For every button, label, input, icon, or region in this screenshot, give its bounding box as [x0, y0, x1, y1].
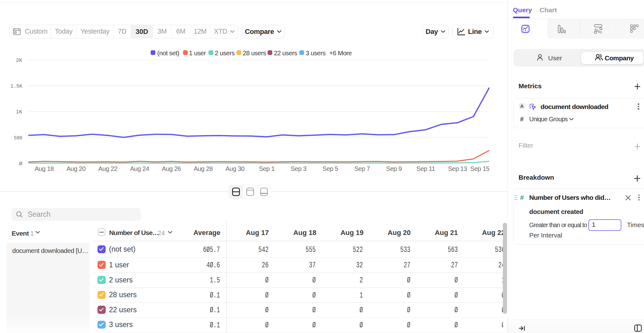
- svg-text:1.5K: 1.5K: [10, 83, 23, 89]
- svg-text:Sep 7: Sep 7: [354, 165, 370, 172]
- svg-text:Sep 1: Sep 1: [259, 165, 275, 172]
- svg-text:Aug 22: Aug 22: [98, 165, 118, 172]
- svg-text:Aug 24: Aug 24: [130, 165, 149, 172]
- svg-text:Sep 5: Sep 5: [323, 165, 338, 172]
- svg-text:Sep 9: Sep 9: [386, 165, 402, 172]
- svg-text:1K: 1K: [16, 109, 23, 115]
- svg-text:Aug 28: Aug 28: [194, 165, 213, 172]
- svg-text:Ø: Ø: [19, 161, 22, 167]
- svg-text:Sep 15: Sep 15: [470, 165, 490, 172]
- svg-text:Aug 30: Aug 30: [225, 165, 245, 172]
- svg-text:Sep 11: Sep 11: [416, 165, 435, 172]
- svg-text:500: 500: [14, 135, 22, 141]
- svg-text:Aug 20: Aug 20: [67, 165, 86, 172]
- svg-text:Aug 26: Aug 26: [162, 165, 181, 172]
- svg-text:2K: 2K: [16, 57, 23, 63]
- svg-text:Aug 18: Aug 18: [35, 165, 54, 172]
- svg-text:Sep 13: Sep 13: [448, 165, 467, 172]
- svg-text:Sep 3: Sep 3: [291, 165, 307, 172]
